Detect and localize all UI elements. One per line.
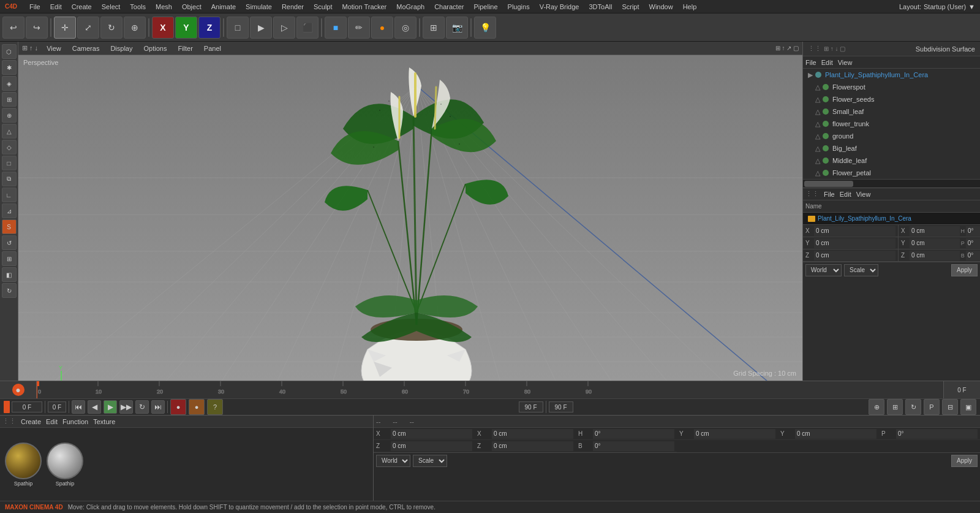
icon-btn-6[interactable]: ▣ xyxy=(960,399,976,415)
transform-button[interactable]: ⊕ xyxy=(124,17,146,39)
menu-script[interactable]: Script xyxy=(617,0,644,13)
smooth-button[interactable]: ◎ xyxy=(394,17,417,39)
vp-menu-view[interactable]: View xyxy=(44,45,64,52)
x2-field[interactable] xyxy=(492,429,573,439)
material-item-1[interactable]: Spathip xyxy=(5,443,42,487)
paint-button[interactable]: ● xyxy=(371,17,393,39)
frame-start-field[interactable] xyxy=(48,401,66,412)
left-tool-7[interactable]: ◇ xyxy=(2,140,17,154)
material-item-2[interactable]: Spathip xyxy=(47,443,83,487)
undo-button[interactable]: ↩ xyxy=(2,17,24,39)
h-field[interactable] xyxy=(593,429,674,439)
y-pos-input[interactable] xyxy=(814,238,895,248)
prev-frame-button[interactable]: ◀ xyxy=(88,400,101,414)
tree-item-flower-seeds[interactable]: △ Flower_seeds xyxy=(803,93,980,105)
menu-mograph[interactable]: MoGraph xyxy=(391,0,429,13)
icon-btn-4[interactable]: P xyxy=(924,399,940,415)
tree-item-middle-leaf[interactable]: △ Middle_leaf xyxy=(803,154,980,167)
x-pos-input[interactable] xyxy=(814,226,895,236)
z-rot-input[interactable] xyxy=(910,251,960,260)
menu-simulate[interactable]: Simulate xyxy=(241,0,277,13)
world-dropdown[interactable]: World xyxy=(376,455,410,467)
scale-dropdown[interactable]: Scale xyxy=(413,455,447,467)
redo-button[interactable]: ↪ xyxy=(26,17,48,39)
scale-tool-button[interactable]: ⤢ xyxy=(77,17,99,39)
mat-create-menu[interactable]: Create xyxy=(21,418,41,425)
layout-dropdown-icon[interactable]: ▼ xyxy=(968,3,975,10)
icon-btn-2[interactable]: ⊞ xyxy=(887,399,903,415)
p-field[interactable] xyxy=(896,429,978,439)
viewport[interactable]: ⊞ ↑ ↓ View Cameras Display Options Filte… xyxy=(18,42,802,381)
menu-render[interactable]: Render xyxy=(277,0,309,13)
render-button[interactable]: ⬛ xyxy=(296,17,318,39)
menu-create[interactable]: Create xyxy=(67,0,97,13)
z-field[interactable] xyxy=(391,441,472,451)
z-axis-button[interactable]: Z xyxy=(198,17,221,39)
key-question-button[interactable]: ? xyxy=(207,399,223,415)
world-select[interactable]: World Object xyxy=(805,264,842,276)
rotate-tool-button[interactable]: ↻ xyxy=(100,17,123,39)
material-swatch-1[interactable] xyxy=(5,443,42,479)
left-tool-13[interactable]: ↺ xyxy=(2,235,17,250)
h-input[interactable] xyxy=(966,226,980,236)
object-mode-button[interactable]: □ xyxy=(227,17,249,39)
menu-sculpt[interactable]: Sculpt xyxy=(309,0,337,13)
y-field[interactable] xyxy=(694,429,775,439)
play-forward-button[interactable]: ▶▶ xyxy=(119,400,133,414)
frame-end-field2[interactable] xyxy=(549,401,573,412)
icon-btn-5[interactable]: ⊟ xyxy=(942,399,958,415)
timeline-key-button[interactable]: ● xyxy=(12,384,24,396)
attr-edit-menu[interactable]: Edit xyxy=(840,191,851,198)
move-tool-button[interactable]: ✛ xyxy=(54,17,76,39)
vp-menu-options[interactable]: Options xyxy=(141,45,169,52)
left-tool-11[interactable]: ⊿ xyxy=(2,203,17,218)
z2-field[interactable] xyxy=(492,441,573,451)
z-pos-input[interactable] xyxy=(814,251,895,260)
frame-end-field[interactable] xyxy=(519,401,543,412)
menu-object[interactable]: Object xyxy=(177,0,206,13)
play-loop-button[interactable]: ↻ xyxy=(135,400,149,414)
tree-item-big-leaf[interactable]: △ Big_leaf xyxy=(803,142,980,154)
menu-motion-tracker[interactable]: Motion Tracker xyxy=(337,0,392,13)
timeline-ruler[interactable]: ● 0 10 20 30 40 50 60 70 80 90 xyxy=(0,381,980,399)
render-frame-button[interactable]: ▶ xyxy=(250,17,272,39)
y-axis-button[interactable]: Y xyxy=(175,17,197,39)
icon-btn-1[interactable]: ⊕ xyxy=(869,399,884,415)
object-tree-scrollbar[interactable] xyxy=(803,179,980,188)
vp-menu-panel[interactable]: Panel xyxy=(202,45,224,52)
left-tool-1[interactable]: ⬡ xyxy=(2,44,17,59)
attr-file-menu[interactable]: File xyxy=(824,191,835,198)
tree-item-flower-trunk[interactable]: △ flower_trunk xyxy=(803,118,980,130)
icon-btn-3[interactable]: ↻ xyxy=(905,399,921,415)
mat-texture-menu[interactable]: Texture xyxy=(93,418,115,425)
menu-tools[interactable]: Tools xyxy=(125,0,151,13)
perspective-button[interactable]: ■ xyxy=(325,17,347,39)
om-file-menu[interactable]: File xyxy=(805,59,816,66)
scrollbar-thumb[interactable] xyxy=(804,181,853,187)
left-tool-14[interactable]: ⊞ xyxy=(2,251,17,266)
apply-button[interactable]: Apply xyxy=(951,264,978,276)
tree-item-small-leaf[interactable]: △ Small_leaf xyxy=(803,105,980,118)
menu-pipeline[interactable]: Pipeline xyxy=(469,0,502,13)
menu-select[interactable]: Select xyxy=(97,0,126,13)
tree-item-flowerspot[interactable]: △ Flowerspot xyxy=(803,81,980,93)
go-end-button[interactable]: ⏭ xyxy=(151,400,165,414)
left-tool-3[interactable]: ◈ xyxy=(2,76,17,91)
material-swatch-2[interactable] xyxy=(47,443,83,479)
menu-edit[interactable]: Edit xyxy=(45,0,67,13)
key-orange-button[interactable]: ● xyxy=(189,399,205,415)
left-tool-10[interactable]: ∟ xyxy=(2,188,17,202)
grid-button[interactable]: ⊞ xyxy=(423,17,445,39)
menu-3dtoall[interactable]: 3DToAll xyxy=(584,0,617,13)
left-tool-15[interactable]: ◧ xyxy=(2,267,17,282)
vp-menu-filter[interactable]: Filter xyxy=(175,45,195,52)
left-tool-6[interactable]: △ xyxy=(2,124,17,139)
play-button[interactable]: ▶ xyxy=(104,400,117,414)
left-tool-5[interactable]: ⊕ xyxy=(2,108,17,123)
current-frame-input[interactable] xyxy=(12,401,42,412)
left-tool-12[interactable]: S xyxy=(2,219,17,234)
b-input[interactable] xyxy=(966,251,980,260)
tree-item-root[interactable]: ▶ Plant_Lily_Spathiphyllum_In_Cera xyxy=(803,69,980,81)
light-button[interactable]: 💡 xyxy=(474,17,496,39)
menu-plugins[interactable]: Plugins xyxy=(503,0,535,13)
